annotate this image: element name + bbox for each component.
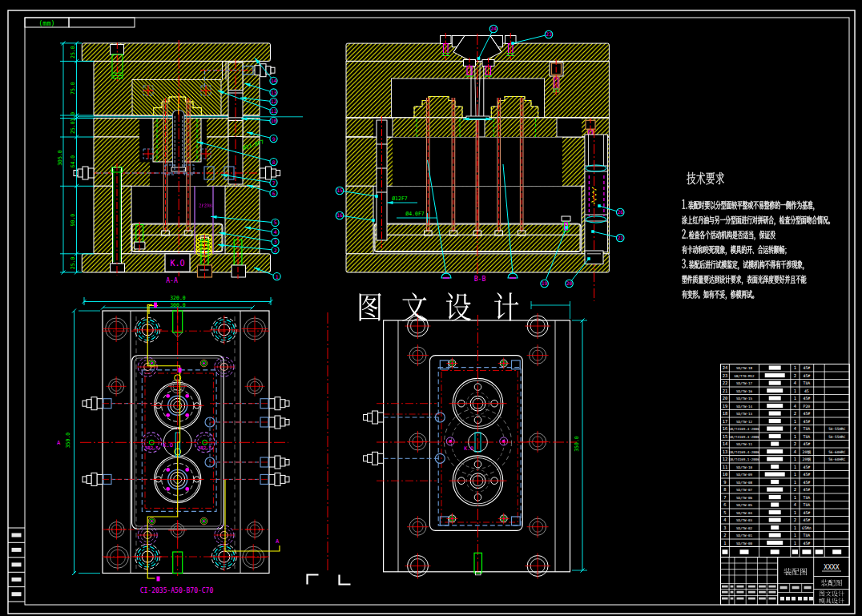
part-code: GB/T70-M12: [734, 374, 755, 378]
part-qty: 2: [794, 517, 796, 522]
balloon-number: 15: [336, 187, 343, 193]
part-material: 45#: [804, 511, 811, 515]
balloon-number: 26: [617, 209, 623, 215]
part-qty: 1: [794, 541, 796, 546]
part-name-blob: [769, 365, 781, 369]
balloon-number: 21: [617, 235, 623, 240]
sheet-note-blob: [792, 597, 796, 601]
part-material: T8A: [804, 427, 811, 431]
part-code: GB/T4169.4-2006: [729, 450, 759, 454]
part-qty: 1: [794, 533, 796, 537]
part-name-blob: [767, 487, 783, 491]
surface-note-b2: Ø4.0F7: [405, 211, 425, 217]
part-qty: 1: [794, 472, 796, 477]
sr-label: SR2.5: [198, 445, 211, 450]
part-no: 12: [723, 457, 728, 461]
part-code: SD/TW-12: [736, 420, 753, 424]
part-no: 6: [723, 502, 726, 507]
part-material: 45#: [804, 473, 811, 477]
part-name-blob: [769, 434, 781, 438]
part-code: SD/TW-01: [736, 533, 753, 537]
sr-label: SR2.5: [145, 445, 159, 450]
part-code: SD/TW-17: [736, 381, 753, 385]
part-code: SD/TW-15: [736, 397, 753, 401]
part-name-blob: [769, 419, 781, 423]
part-remark: 50-55HRC: [828, 427, 846, 431]
balloon-number: 6: [272, 191, 276, 196]
part-material: T8A: [804, 496, 811, 500]
part-no: 5: [723, 510, 726, 515]
part-no: 9: [723, 480, 726, 485]
table-header-blob: [816, 550, 823, 554]
part-name-blob: [767, 541, 783, 545]
part-material: 45#: [804, 465, 811, 469]
part-name-blob: [771, 480, 779, 484]
plan-left-height: 350.0: [65, 433, 71, 449]
part-no: 15: [723, 434, 728, 439]
part-qty: 1: [794, 480, 796, 485]
part-no: 24: [723, 365, 728, 370]
part-no: 17: [723, 419, 728, 424]
part-no: 22: [723, 380, 728, 385]
part-material: 45#: [804, 481, 811, 485]
part-no: 4: [723, 517, 726, 522]
balloon-number: 4: [274, 229, 277, 235]
part-qty: 2: [794, 487, 796, 492]
part-material: 45#: [804, 488, 811, 492]
plan2-ko-label: K.O: [464, 445, 473, 452]
sheet-note-blob: [809, 597, 813, 601]
dim-value: 1.0: [70, 112, 76, 122]
section-label-a: A-A: [166, 277, 178, 284]
part-name-blob: [767, 457, 783, 461]
part-remark: 56-60HRC: [828, 457, 846, 461]
part-material: 45: [804, 389, 809, 393]
part-remark: 56-60HRC: [828, 450, 846, 454]
part-name-blob: [765, 373, 785, 377]
part-remark: 50-55HRC: [828, 435, 846, 439]
balloon-number: 1: [276, 274, 279, 280]
part-code: GB/T4169.4-2006: [729, 435, 759, 439]
part-name-blob: [769, 510, 781, 514]
part-no: 11: [723, 465, 728, 469]
part-name-blob: [769, 533, 781, 537]
table-header-blob: [771, 550, 779, 554]
part-qty: 1: [794, 525, 796, 530]
balloon-number: 3: [274, 239, 277, 244]
part-name-blob: [765, 472, 785, 476]
sheet-note-blob: [804, 597, 808, 601]
part-code: SD/TW-04: [736, 511, 753, 515]
part-qty: 4: [794, 426, 796, 431]
balloon-number: 14: [271, 78, 277, 83]
part-no: 20: [723, 396, 728, 401]
table-header-blob: [802, 550, 811, 554]
dim-value: 25.0: [70, 256, 76, 269]
plan-ko-label: K.O: [163, 442, 173, 449]
balloon-number: 13: [271, 90, 277, 95]
balloon-number: 19: [542, 280, 548, 286]
part-material: T8A: [804, 503, 811, 507]
part-no: 19: [723, 404, 728, 409]
part-qty: 4: [794, 449, 796, 454]
dim-value: 75.0: [70, 82, 76, 95]
part-material: 20钢: [803, 449, 812, 454]
part-qty: 1: [794, 495, 796, 500]
part-qty: 2: [794, 441, 796, 446]
part-name-blob: [769, 411, 781, 415]
dim-value: 90.0: [70, 214, 76, 227]
part-name-blob: [769, 495, 781, 499]
table-header-blob: [740, 550, 749, 554]
part-no: 21: [723, 389, 728, 393]
part-qty: 4: [794, 380, 796, 385]
part-qty: 1: [794, 465, 796, 469]
part-material: T8A: [804, 533, 811, 537]
unit-label: (mm): [38, 19, 54, 27]
part-qty: 1: [794, 389, 796, 393]
balloon-number: 16: [336, 212, 343, 218]
part-no: 23: [723, 373, 728, 378]
company-code: XXXX: [824, 564, 839, 571]
surface-note-b1: Ø12F7: [392, 195, 408, 202]
part-code: SD/TW-06: [736, 496, 753, 500]
part-material: 45#: [804, 442, 811, 446]
dim-value: 25.0: [70, 46, 76, 58]
part-qty: 1: [794, 396, 796, 401]
